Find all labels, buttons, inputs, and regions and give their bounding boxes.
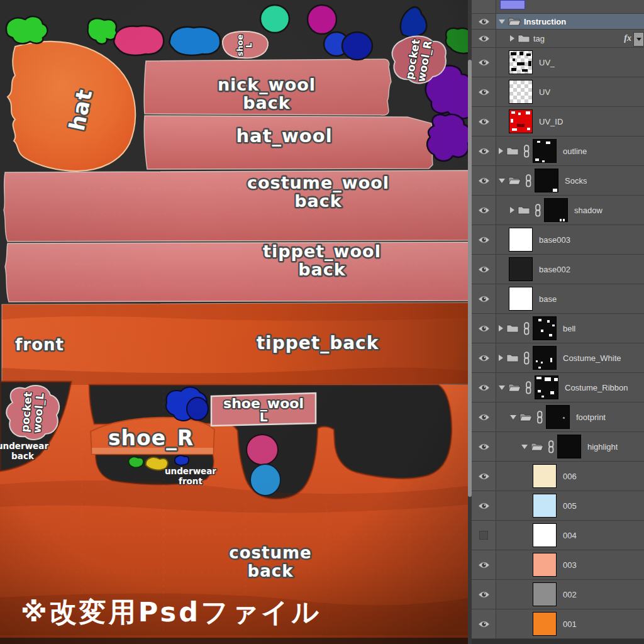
visibility-toggle[interactable] xyxy=(472,255,496,284)
expand-arrow-icon[interactable] xyxy=(499,148,503,154)
layer-row-base003[interactable]: base003 xyxy=(472,225,644,255)
expand-arrow-icon[interactable] xyxy=(510,35,514,42)
layer-name[interactable]: UV xyxy=(539,87,550,97)
layer-row-006[interactable]: 006 xyxy=(472,462,644,491)
layer-name[interactable]: base xyxy=(539,294,557,304)
visibility-toggle[interactable] xyxy=(472,343,496,372)
layer-name[interactable]: 006 xyxy=(563,472,577,481)
visibility-toggle[interactable] xyxy=(472,314,496,343)
layer-row-costume-ribbon[interactable]: Costume_Ribbon xyxy=(472,373,644,402)
layer-thumbnail[interactable] xyxy=(533,316,557,340)
layer-name[interactable]: base003 xyxy=(539,235,570,245)
visibility-cell[interactable] xyxy=(472,0,496,13)
layer-name[interactable]: 001 xyxy=(563,619,577,629)
visibility-toggle[interactable] xyxy=(472,491,496,520)
layer-thumbnail[interactable] xyxy=(533,582,557,606)
layer-name[interactable]: outline xyxy=(563,147,587,156)
visibility-toggle[interactable] xyxy=(472,609,496,638)
layer-thumbnail[interactable] xyxy=(533,523,557,547)
visibility-toggle[interactable] xyxy=(472,580,496,609)
visibility-toggle[interactable] xyxy=(472,48,496,77)
layer-name[interactable]: base002 xyxy=(539,265,570,274)
layer-thumbnail[interactable] xyxy=(509,257,533,281)
layer-thumbnail[interactable] xyxy=(509,80,533,104)
layer-name[interactable]: footprint xyxy=(576,413,606,422)
visibility-toggle[interactable] xyxy=(472,166,496,195)
layer-thumbnail[interactable] xyxy=(533,494,557,518)
collapse-arrow-icon[interactable] xyxy=(499,386,505,390)
layer-thumbnail[interactable] xyxy=(544,198,568,222)
layer-thumbnail[interactable] xyxy=(533,553,557,577)
layer-thumbnail[interactable] xyxy=(509,50,533,74)
layer-row-footprint[interactable]: footprint xyxy=(472,402,644,432)
visibility-toggle[interactable] xyxy=(472,432,496,461)
visibility-toggle[interactable] xyxy=(472,550,496,579)
layer-row-001[interactable]: 001 xyxy=(472,609,644,639)
layer-effects-badge[interactable]: fx xyxy=(624,33,631,43)
layer-thumbnail[interactable] xyxy=(533,612,557,636)
layer-thumbnail[interactable] xyxy=(533,346,557,370)
layer-name[interactable]: Costume_White xyxy=(563,353,621,363)
layer-row-base[interactable]: base xyxy=(472,284,644,314)
layer-name[interactable]: 002 xyxy=(563,590,577,599)
visibility-toggle[interactable] xyxy=(472,462,496,491)
layer-row-uv[interactable]: UV xyxy=(472,77,644,107)
layer-thumbnail[interactable] xyxy=(557,435,581,458)
layer-row-highlight[interactable]: highlight xyxy=(472,432,644,462)
layer-name[interactable]: Costume_Ribbon xyxy=(565,383,628,392)
collapse-arrow-icon[interactable] xyxy=(499,179,505,183)
layer-row-uv_[interactable]: UV_ xyxy=(472,48,644,77)
visibility-toggle[interactable] xyxy=(472,521,496,550)
collapse-arrow-icon[interactable] xyxy=(510,415,516,419)
visibility-toggle[interactable] xyxy=(472,196,496,225)
layer-thumbnail[interactable] xyxy=(546,405,570,429)
layer-name[interactable]: tag xyxy=(533,34,545,43)
expand-arrow-icon[interactable] xyxy=(499,355,503,361)
layer-thumbnail[interactable] xyxy=(533,139,557,163)
layer-row-002[interactable]: 002 xyxy=(472,580,644,609)
layer-thumbnail[interactable] xyxy=(509,287,533,311)
layer-name[interactable]: 004 xyxy=(563,531,577,540)
collapse-arrow-icon[interactable] xyxy=(521,445,528,449)
layer-row-instruction[interactable]: Instruction xyxy=(472,14,644,30)
layer-row-costume-white[interactable]: Costume_White xyxy=(472,343,644,373)
visibility-toggle[interactable] xyxy=(472,225,496,254)
layer-name[interactable]: Instruction xyxy=(524,17,566,26)
layer-thumbnail[interactable] xyxy=(535,375,558,399)
layer-name[interactable]: UV_ID xyxy=(539,117,563,126)
layer-thumbnail[interactable] xyxy=(533,464,557,488)
layer-name[interactable]: UV_ xyxy=(539,58,555,67)
visibility-toggle[interactable] xyxy=(472,136,496,165)
layer-row-outline[interactable]: outline xyxy=(472,136,644,166)
layer-name[interactable]: 003 xyxy=(563,560,577,570)
layer-row-004[interactable]: 004 xyxy=(472,521,644,550)
expand-arrow-icon[interactable] xyxy=(510,207,514,213)
visibility-toggle[interactable] xyxy=(472,373,496,402)
visibility-toggle[interactable] xyxy=(472,107,496,136)
visibility-toggle[interactable] xyxy=(472,402,496,431)
visibility-toggle[interactable] xyxy=(472,30,496,47)
layer-thumbnail[interactable] xyxy=(535,169,558,192)
layer-name[interactable]: Socks xyxy=(565,176,587,186)
layer-name[interactable]: bell xyxy=(563,324,575,333)
visibility-toggle[interactable] xyxy=(472,284,496,313)
layer-name[interactable]: shadow xyxy=(574,206,602,215)
hidden-eye-checkbox[interactable] xyxy=(479,531,488,540)
layer-row-bell[interactable]: bell xyxy=(472,314,644,343)
document-canvas[interactable]: hat shoe L pocket wool_R nick_wool back … xyxy=(0,0,472,644)
layer-row-base002[interactable]: base002 xyxy=(472,255,644,284)
visibility-toggle[interactable] xyxy=(472,77,496,106)
layer-name[interactable]: 005 xyxy=(563,501,577,511)
expand-arrow-icon[interactable] xyxy=(499,325,503,331)
layer-name[interactable]: highlight xyxy=(587,442,618,452)
layer-row-socks[interactable]: Socks xyxy=(472,166,644,196)
effects-collapse-button[interactable] xyxy=(633,32,644,47)
collapse-arrow-icon[interactable] xyxy=(499,19,505,24)
layer-thumbnail[interactable] xyxy=(500,0,525,9)
layer-row-shadow[interactable]: shadow xyxy=(472,196,644,225)
layer-row-005[interactable]: 005 xyxy=(472,491,644,521)
layer-row-uv_id[interactable]: UV_ID xyxy=(472,107,644,136)
layer-thumbnail[interactable] xyxy=(509,109,533,133)
layer-row-003[interactable]: 003 xyxy=(472,550,644,580)
layer-row-partial[interactable] xyxy=(472,0,644,14)
